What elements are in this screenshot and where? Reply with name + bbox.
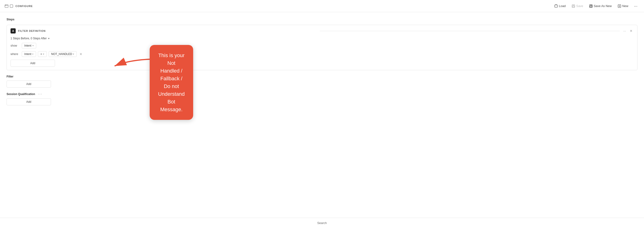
svg-rect-2 [6,5,6,6]
more-options-button[interactable]: ··· [632,3,639,9]
load-button[interactable]: Load [552,3,568,9]
page-title: CONFIGURE [16,5,33,8]
show-row: show Intent ▾ [10,43,634,49]
filter-block-header: A FILTER DEFINITION ··· ✕ [10,28,634,34]
session-add-button[interactable]: Add [6,98,51,105]
svg-rect-6 [573,5,574,6]
window-icon [5,4,13,8]
filter-section-add-button[interactable]: Add [6,81,51,88]
title-separator [320,31,620,31]
svg-rect-9 [590,5,592,6]
show-label: show [10,44,20,47]
where-op-arrow-icon: ▾ [43,53,44,55]
search-label: Search [317,221,327,225]
bottom-search-bar: Search [0,218,644,228]
session-qualification-section: Session Qualification ··· Add [6,92,638,105]
main-content: Steps A FILTER DEFINITION ··· ✕ 1 Steps … [0,12,644,218]
save-as-new-button[interactable]: Save As New [587,3,614,9]
new-button[interactable]: New [616,3,631,9]
filter-section-label: Filter [6,75,638,78]
where-row-remove-button[interactable]: ✕ [78,52,83,56]
session-qualification-label: Session Qualification [6,92,35,96]
badge-a: A [10,28,16,34]
where-row: where Intent ▾ = ▾ NOT_HANDLED ▾ ✕ [10,51,634,57]
steps-label: Steps [6,18,638,21]
svg-rect-3 [10,5,13,8]
svg-rect-4 [555,5,558,7]
session-label-row: Session Qualification ··· [6,92,638,96]
where-value-box: NOT_HANDLED ▾ [49,51,77,57]
show-value-dropdown[interactable]: Intent ▾ [22,43,36,49]
steps-before-after-text: 1 Steps Before, 0 Steps After [10,37,47,40]
filter-block-actions: ··· ✕ [622,29,634,33]
filter-section: Filter Add [6,75,638,88]
svg-rect-10 [590,6,592,7]
filter-options-button[interactable]: ··· [622,29,627,33]
where-operator-dropdown[interactable]: = ▾ [38,51,47,57]
where-value-arrow-icon: ▾ [73,53,74,55]
steps-chevron-icon[interactable]: ▾ [48,37,50,40]
svg-rect-7 [572,6,574,7]
steps-before-after-row: 1 Steps Before, 0 Steps After ▾ [10,37,634,40]
title-line: FILTER DEFINITION [18,30,620,32]
top-bar-actions: Load Save Save As New [552,3,639,9]
filter-block-title: FILTER DEFINITION [18,30,318,32]
where-field-dropdown[interactable]: Intent ▾ [22,51,36,57]
top-bar-left: CONFIGURE [5,4,33,8]
save-button[interactable]: Save [570,3,586,9]
where-field-arrow-icon: ▾ [32,53,34,55]
filter-add-button[interactable]: Add [10,60,55,67]
filter-definition-block: A FILTER DEFINITION ··· ✕ 1 Steps Before… [6,25,638,70]
filter-close-button[interactable]: ✕ [629,29,634,33]
top-bar: CONFIGURE Load Save Save As [0,0,644,12]
session-options-button[interactable]: ··· [37,92,43,96]
where-label: where [10,53,20,56]
show-dropdown-arrow-icon: ▾ [32,45,34,47]
